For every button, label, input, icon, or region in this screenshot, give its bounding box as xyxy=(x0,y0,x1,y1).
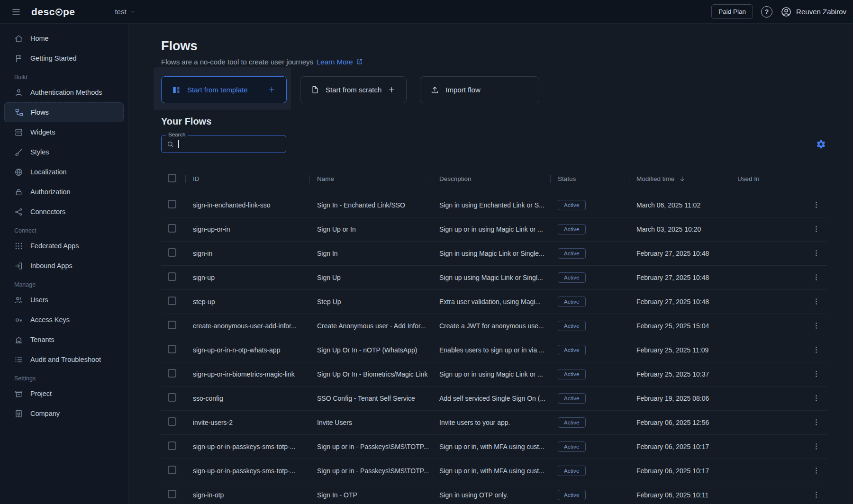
row-checkbox[interactable] xyxy=(168,466,176,474)
table-row[interactable]: sign-up-or-in-passkeys-sms-totp-... Sign… xyxy=(161,459,827,483)
row-menu-icon[interactable] xyxy=(809,441,823,452)
row-menu-icon[interactable] xyxy=(809,368,823,380)
modified-time-cell: February 25, 2025 11:09 xyxy=(629,338,730,362)
flow-name-cell: Sign Up Or In - nOTP (WhatsApp) xyxy=(309,338,432,362)
sidebar-item-project[interactable]: Project xyxy=(0,384,128,404)
search-field[interactable]: Search xyxy=(161,135,286,153)
table-row[interactable]: step-up Step Up Extra user validation, u… xyxy=(161,289,827,314)
table-row[interactable]: sign-up-or-in-biometrics-magic-link Sign… xyxy=(161,362,827,386)
table-row[interactable]: sign-up-or-in-n-otp-whats-app Sign Up Or… xyxy=(161,338,827,362)
modified-time-cell: February 06, 2025 10:17 xyxy=(629,459,730,483)
flow-description-cell: Sign up or in, with MFA using cust... xyxy=(432,459,550,483)
table-row[interactable]: invite-users-2 Invite Users Invite users… xyxy=(161,410,827,434)
row-checkbox[interactable] xyxy=(168,369,176,378)
table-row[interactable]: sign-in Sign In Sign in using Magic Link… xyxy=(161,241,827,265)
sidebar-item-inbound-apps[interactable]: Inbound Apps xyxy=(0,256,128,276)
flow-id-cell: sign-up-or-in-biometrics-magic-link xyxy=(185,362,309,386)
row-menu-icon[interactable] xyxy=(809,465,823,477)
sidebar-item-access-keys[interactable]: Access Keys xyxy=(0,310,128,330)
descope-logo[interactable]: desc pe xyxy=(31,6,75,18)
row-menu-icon[interactable] xyxy=(809,416,823,428)
sidebar-item-styles[interactable]: Styles xyxy=(0,142,128,162)
sidebar-section-connect: Connect xyxy=(0,227,128,234)
row-checkbox[interactable] xyxy=(168,321,176,329)
project-selector[interactable]: test xyxy=(115,8,136,16)
start-from-scratch-button[interactable]: Start from scratch xyxy=(300,76,407,103)
status-badge: Active xyxy=(558,248,586,259)
table-row[interactable]: sign-up Sign Up Sign up using Magic Link… xyxy=(161,265,827,289)
table-row[interactable]: sso-config SSO Config - Tenant Self Serv… xyxy=(161,386,827,410)
flow-name-cell: Sign Up or In xyxy=(309,217,432,241)
flow-id-cell: sign-up-or-in xyxy=(185,217,309,241)
sidebar-item-authorization[interactable]: Authorization xyxy=(0,182,128,202)
row-checkbox[interactable] xyxy=(168,272,176,281)
table-row[interactable]: sign-up-or-in-passkeys-sms-totp-... Sign… xyxy=(161,434,827,459)
row-checkbox[interactable] xyxy=(168,345,176,353)
home-icon xyxy=(14,34,23,43)
start-from-template-button[interactable]: Start from template xyxy=(161,76,287,103)
row-checkbox[interactable] xyxy=(168,200,176,208)
row-checkbox[interactable] xyxy=(168,393,176,402)
row-menu-icon[interactable] xyxy=(809,247,823,259)
row-menu-icon[interactable] xyxy=(809,223,823,235)
sidebar-item-widgets[interactable]: Widgets xyxy=(0,122,128,142)
table-row[interactable]: sign-in-otp Sign In - OTP Sign in using … xyxy=(161,483,827,504)
table-row[interactable]: sign-in-enchanted-link-sso Sign In - Enc… xyxy=(161,193,827,217)
row-checkbox[interactable] xyxy=(168,297,176,305)
flow-name-cell: Create Anonymous user - Add Infor... xyxy=(309,314,432,338)
flow-name-cell: Sign In - Enchanted Link/SSO xyxy=(309,193,432,217)
sidebar-item-home[interactable]: Home xyxy=(0,28,128,48)
row-menu-icon[interactable] xyxy=(809,489,823,501)
row-menu-icon[interactable] xyxy=(809,320,823,332)
sidebar-item-federated-apps[interactable]: Federated Apps xyxy=(0,236,128,256)
flow-id-cell: sign-up-or-in-passkeys-sms-totp-... xyxy=(185,434,309,459)
row-menu-icon[interactable] xyxy=(809,199,823,211)
table-row[interactable]: create-anonymous-user-add-infor... Creat… xyxy=(161,314,827,338)
sidebar-item-localization[interactable]: Localization xyxy=(0,162,128,182)
row-checkbox[interactable] xyxy=(168,441,176,450)
status-badge: Active xyxy=(558,345,586,355)
sidebar-item-flows[interactable]: Flows xyxy=(4,102,124,122)
row-menu-icon[interactable] xyxy=(809,392,823,404)
sidebar-item-authentication-methods[interactable]: Authentication Methods xyxy=(0,82,128,102)
hamburger-menu-icon[interactable] xyxy=(11,7,21,17)
column-header-description[interactable]: Description xyxy=(432,165,550,193)
flow-description-cell: Sign in using Enchanted Link or S... xyxy=(432,193,550,217)
status-badge: Active xyxy=(558,393,586,404)
sidebar-item-connectors[interactable]: Connectors xyxy=(0,202,128,222)
account-menu[interactable]: Reuven Zabirov xyxy=(780,6,846,18)
table-row[interactable]: sign-up-or-in Sign Up or In Sign up or i… xyxy=(161,217,827,241)
sidebar-item-tenants[interactable]: Tenants xyxy=(0,330,128,350)
connectors-icon xyxy=(14,207,23,216)
column-header-id[interactable]: ID xyxy=(185,165,309,193)
status-badge: Active xyxy=(558,224,586,234)
row-checkbox[interactable] xyxy=(168,417,176,426)
sidebar-item-audit-and-troubleshoot[interactable]: Audit and Troubleshoot xyxy=(0,350,128,369)
row-menu-icon[interactable] xyxy=(809,344,823,356)
help-icon[interactable]: ? xyxy=(761,6,772,18)
search-input[interactable] xyxy=(183,140,281,148)
sidebar-item-users[interactable]: Users xyxy=(0,290,128,310)
column-header-used-in[interactable]: Used In xyxy=(730,165,827,193)
upload-icon xyxy=(430,85,439,94)
learn-more-link[interactable]: Learn More xyxy=(317,58,363,66)
row-checkbox[interactable] xyxy=(168,224,176,233)
import-flow-button[interactable]: Import flow xyxy=(420,76,539,103)
company-building-icon xyxy=(14,409,23,418)
sidebar-item-company[interactable]: Company xyxy=(0,404,128,423)
main-content: Flows Flows are a no-code tool to create… xyxy=(129,24,853,504)
row-checkbox[interactable] xyxy=(168,490,176,498)
column-header-name[interactable]: Name xyxy=(309,165,432,193)
table-settings-gear-icon[interactable] xyxy=(815,138,827,150)
row-menu-icon[interactable] xyxy=(809,296,823,307)
row-checkbox[interactable] xyxy=(168,248,176,257)
modified-time-cell: February 27, 2025 10:48 xyxy=(629,265,730,289)
select-all-checkbox[interactable] xyxy=(168,174,176,182)
sidebar-item-getting-started[interactable]: Getting Started xyxy=(0,48,128,68)
column-header-status[interactable]: Status xyxy=(550,165,629,193)
column-header-modified-time[interactable]: Modified time xyxy=(629,165,730,193)
paid-plan-button[interactable]: Paid Plan xyxy=(711,4,753,19)
row-menu-icon[interactable] xyxy=(809,271,823,283)
flows-table: ID Name Description Status Modified time… xyxy=(161,165,827,504)
user-name: Reuven Zabirov xyxy=(796,8,846,16)
